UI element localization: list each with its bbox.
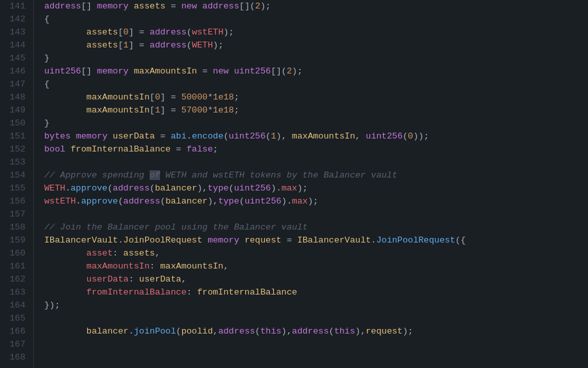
- ln-149: 149: [5, 104, 25, 117]
- code-line-164: });: [44, 299, 588, 312]
- ln-144: 144: [5, 39, 25, 52]
- ln-155: 155: [5, 182, 25, 195]
- code-line-153: [44, 156, 588, 169]
- ln-152: 152: [5, 143, 25, 156]
- ln-143: 143: [5, 26, 25, 39]
- ln-150: 150: [5, 117, 25, 130]
- code-line-161: maxAmountsIn: maxAmountsIn,: [44, 260, 588, 273]
- code-line-155: WETH.approve(address(balancer),type(uint…: [44, 182, 588, 195]
- code-line-156: wstETH.approve(address(balancer),type(ui…: [44, 195, 588, 208]
- ln-167: 167: [5, 338, 25, 351]
- line-numbers: 141 142 143 144 145 146 147 148 149 150 …: [0, 0, 34, 368]
- code-line-146: uint256[] memory maxAmountsIn = new uint…: [44, 65, 588, 78]
- code-line-150: }: [44, 117, 588, 130]
- code-editor: 141 142 143 144 145 146 147 148 149 150 …: [0, 0, 588, 368]
- ln-141: 141: [5, 0, 25, 13]
- code-line-159: IBalancerVault.JoinPoolRequest memory re…: [44, 234, 588, 247]
- ln-157: 157: [5, 208, 25, 221]
- code-line-168: [44, 351, 588, 364]
- code-line-160: asset: assets,: [44, 247, 588, 260]
- ln-163: 163: [5, 286, 25, 299]
- code-line-157: [44, 208, 588, 221]
- code-line-147: {: [44, 78, 588, 91]
- ln-153: 153: [5, 156, 25, 169]
- code-line-158: // Join the Balancer pool using the Bala…: [44, 221, 588, 234]
- code-line-151: bytes memory userData = abi.encode(uint2…: [44, 130, 588, 143]
- code-line-163: fromInternalBalance: fromInternalBalance: [44, 286, 588, 299]
- ln-146: 146: [5, 65, 25, 78]
- code-line-152: bool fromInternalBalance = false;: [44, 143, 588, 156]
- ln-158: 158: [5, 221, 25, 234]
- code-lines[interactable]: address[] memory assets = new address[](…: [34, 0, 588, 368]
- code-line-167: [44, 338, 588, 351]
- ln-162: 162: [5, 273, 25, 286]
- code-line-166: balancer.joinPool(poolid,address(this),a…: [44, 325, 588, 338]
- ln-164: 164: [5, 299, 25, 312]
- code-line-149: maxAmountsIn[1] = 57000*1e18;: [44, 104, 588, 117]
- code-line-143: assets[0] = address(wstETH);: [44, 26, 588, 39]
- code-line-141: address[] memory assets = new address[](…: [44, 0, 588, 13]
- code-line-165: [44, 312, 588, 325]
- ln-166: 166: [5, 325, 25, 338]
- code-line-162: userData: userData,: [44, 273, 588, 286]
- code-line-142: {: [44, 13, 588, 26]
- ln-147: 147: [5, 78, 25, 91]
- code-line-145: }: [44, 52, 588, 65]
- code-line-148: maxAmountsIn[0] = 50000*1e18;: [44, 91, 588, 104]
- ln-151: 151: [5, 130, 25, 143]
- code-line-144: assets[1] = address(WETH);: [44, 39, 588, 52]
- ln-154: 154: [5, 169, 25, 182]
- ln-160: 160: [5, 247, 25, 260]
- ln-148: 148: [5, 91, 25, 104]
- ln-156: 156: [5, 195, 25, 208]
- ln-159: 159: [5, 234, 25, 247]
- ln-142: 142: [5, 13, 25, 26]
- ln-161: 161: [5, 260, 25, 273]
- ln-168: 168: [5, 351, 25, 364]
- ln-165: 165: [5, 312, 25, 325]
- ln-145: 145: [5, 52, 25, 65]
- code-line-154: // Approve spending of WETH and wstETH t…: [44, 169, 588, 182]
